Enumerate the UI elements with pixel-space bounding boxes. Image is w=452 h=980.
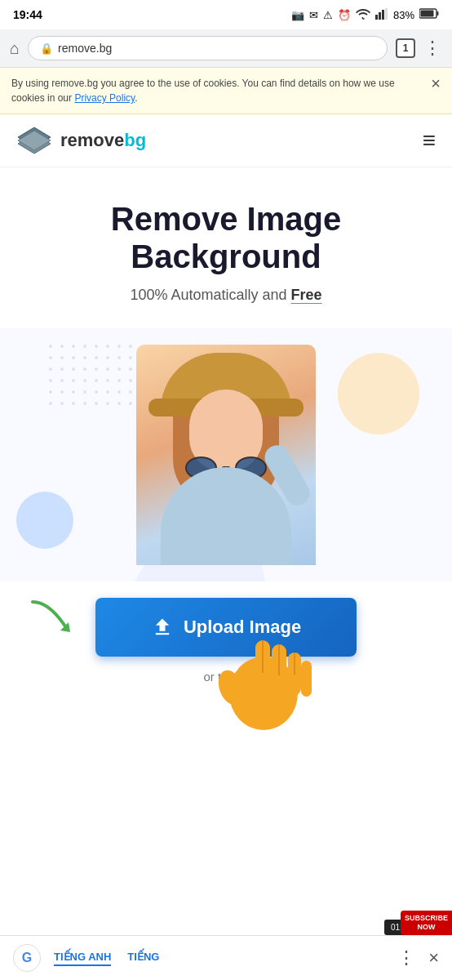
translate-bar: G TIẾNG ANH TIẾNG ⋮ × (0, 935, 452, 980)
cookie-banner: By using remove.bg you agree to the use … (0, 68, 452, 114)
page-content: removebg ≡ Remove Image Background 100% … (0, 114, 452, 700)
cookie-text: By using remove.bg you agree to the use … (11, 76, 423, 105)
address-bar[interactable]: 🔒 remove.bg (28, 36, 388, 60)
hamburger-menu[interactable]: ≡ (423, 127, 436, 154)
status-icons: 📷 ✉ ⚠ ⏰ 83% (291, 8, 439, 22)
battery-icon (419, 8, 439, 21)
bg-circle-yellow (338, 353, 419, 434)
arrow-svg (24, 598, 73, 639)
browser-menu-button[interactable]: ⋮ (423, 38, 442, 59)
demo-person-image (136, 345, 316, 565)
upload-button-label: Upload Image (184, 617, 301, 638)
svg-marker-9 (18, 131, 51, 150)
translate-options: TIẾNG ANH TIẾNG (54, 951, 384, 966)
svg-rect-16 (301, 661, 312, 697)
free-text-highlight: Free (291, 287, 322, 303)
status-bar: 19:44 📷 ✉ ⚠ ⏰ 83% (0, 0, 452, 29)
tab-count-badge[interactable]: 1 (396, 38, 415, 58)
svg-rect-15 (288, 653, 301, 695)
privacy-policy-link[interactable]: Privacy Policy (74, 92, 135, 104)
logo-icon (16, 126, 52, 155)
upload-section: Upload Image or try on (0, 581, 452, 700)
logo-text: removebg (60, 130, 146, 151)
camera-status-icon: 📷 (291, 9, 304, 21)
hero-subtitle: 100% Automatically and Free (16, 287, 436, 304)
bg-circle-blue (16, 492, 73, 549)
svg-rect-3 (385, 8, 388, 20)
bg-dots (49, 345, 137, 410)
hero-section: Remove Image Background 100% Automatical… (0, 167, 452, 328)
person-face (189, 390, 263, 471)
svg-rect-1 (379, 12, 381, 20)
alarm-status-icon: ⏰ (338, 9, 351, 21)
upload-icon (151, 616, 174, 639)
translate-option-english[interactable]: TIẾNG ANH (54, 951, 111, 966)
site-header: removebg ≡ (0, 114, 452, 167)
upload-image-button[interactable]: Upload Image (95, 598, 357, 657)
arrow-indicator (24, 598, 73, 642)
wifi-status-icon (356, 8, 370, 22)
cookie-close-button[interactable]: × (431, 74, 441, 93)
svg-point-11 (229, 657, 298, 730)
svg-rect-0 (375, 15, 378, 20)
subscribe-badge-text: SUBSCRIBENOW (405, 914, 448, 931)
browser-bar: ⌂ 🔒 remove.bg 1 ⋮ (0, 29, 452, 68)
translate-option-other[interactable]: TIẾNG (127, 951, 159, 966)
subscribe-badge[interactable]: SUBSCRIBENOW (401, 911, 452, 935)
home-button[interactable]: ⌂ (10, 39, 20, 58)
lock-icon: 🔒 (40, 42, 53, 55)
signal-status-icon (375, 8, 388, 22)
translate-close-button[interactable]: × (428, 947, 439, 969)
logo-area[interactable]: removebg (16, 126, 146, 155)
svg-rect-5 (421, 11, 434, 17)
warning-status-icon: ⚠ (323, 9, 333, 21)
status-time: 19:44 (13, 8, 42, 21)
svg-rect-2 (382, 10, 384, 20)
mail-status-icon: ✉ (309, 9, 318, 21)
or-try-on-text: or try on (203, 670, 248, 684)
demo-image-area (0, 328, 452, 581)
hero-title: Remove Image Background (16, 200, 436, 275)
svg-rect-6 (437, 11, 439, 16)
google-translate-icon: G (13, 944, 41, 972)
translate-more-button[interactable]: ⋮ (397, 947, 415, 969)
battery-status: 83% (393, 9, 414, 21)
url-text: remove.bg (58, 42, 112, 55)
